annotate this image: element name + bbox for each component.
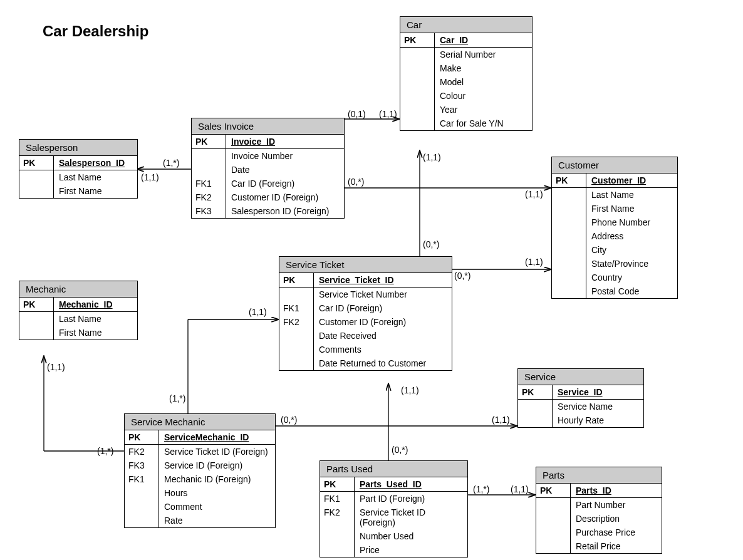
attr: Part ID (Foreign) bbox=[355, 492, 467, 506]
fk-label bbox=[192, 163, 226, 177]
pk-label: PK bbox=[192, 135, 226, 148]
card-label: (1,*) bbox=[97, 446, 113, 456]
attr: Service Name bbox=[553, 400, 643, 413]
fk-label bbox=[320, 543, 355, 557]
pk-label: PK bbox=[400, 33, 435, 47]
entity-header: Service bbox=[518, 369, 643, 385]
card-label: (1,1) bbox=[47, 362, 65, 372]
pk-field: Car_ID bbox=[435, 33, 532, 47]
attr: Serial Number bbox=[435, 48, 532, 61]
entity-header: Parts bbox=[536, 467, 662, 484]
entity-salesperson: Salesperson PK Salesperson_ID Last Name … bbox=[19, 139, 138, 199]
fk-label: FK3 bbox=[192, 204, 226, 218]
attr: Make bbox=[435, 61, 532, 75]
card-label: (1,1) bbox=[525, 257, 543, 267]
attr: Retail Price bbox=[571, 539, 662, 553]
attr: Service Ticket ID (Foreign) bbox=[355, 506, 467, 529]
attr: Comments bbox=[314, 343, 452, 356]
entity-service: Service PK Service_ID Service Name Hourl… bbox=[517, 368, 644, 428]
pk-field: Salesperson_ID bbox=[54, 156, 137, 170]
attr: Phone Number bbox=[586, 215, 677, 229]
attr: Invoice Number bbox=[226, 149, 344, 163]
attr: Part Number bbox=[571, 498, 662, 512]
pk-label: PK bbox=[518, 385, 553, 399]
card-label: (0,*) bbox=[392, 445, 408, 455]
entity-mechanic: Mechanic PK Mechanic_ID Last Name First … bbox=[19, 281, 138, 340]
attr: Colour bbox=[435, 89, 532, 103]
attr: Service Ticket Number bbox=[314, 288, 452, 301]
er-diagram-canvas: { "title": "Car Dealership", "entities":… bbox=[0, 0, 743, 560]
card-label: (1,1) bbox=[141, 172, 159, 182]
card-label: (1,*) bbox=[169, 393, 185, 403]
attr: Car ID (Foreign) bbox=[314, 301, 452, 315]
fk-label bbox=[125, 486, 159, 500]
card-label: (1,1) bbox=[423, 152, 441, 162]
entity-header: Customer bbox=[552, 157, 677, 174]
card-label: (0,*) bbox=[454, 271, 470, 281]
fk-label bbox=[320, 529, 355, 543]
attr: First Name bbox=[54, 326, 137, 340]
attr: Customer ID (Foreign) bbox=[314, 315, 452, 329]
attr: Comment bbox=[159, 500, 275, 514]
entity-parts: Parts PK Parts_ID Part Number Descriptio… bbox=[536, 467, 662, 554]
pk-field: Parts_Used_ID bbox=[355, 477, 467, 491]
diagram-title: Car Dealership bbox=[43, 23, 148, 40]
fk-label: FK2 bbox=[125, 445, 159, 459]
fk-label bbox=[279, 343, 314, 356]
fk-label: FK1 bbox=[320, 492, 355, 506]
card-label: (0,*) bbox=[348, 177, 364, 187]
pk-label: PK bbox=[320, 477, 355, 491]
card-label: (0,*) bbox=[423, 239, 439, 249]
pk-label: PK bbox=[279, 273, 314, 287]
card-label: (0,*) bbox=[281, 415, 297, 425]
attr: Salesperson ID (Foreign) bbox=[226, 204, 344, 218]
attr: Date bbox=[226, 163, 344, 177]
attr: City bbox=[586, 243, 677, 257]
fk-label bbox=[279, 356, 314, 370]
attr: Year bbox=[435, 103, 532, 117]
pk-field: Service_ID bbox=[553, 385, 643, 399]
pk-field: Invoice_ID bbox=[226, 135, 344, 148]
pk-label: PK bbox=[19, 298, 54, 311]
attr: Description bbox=[571, 512, 662, 526]
card-label: (1,1) bbox=[525, 189, 543, 199]
entity-header: Sales Invoice bbox=[192, 118, 344, 135]
fk-label: FK2 bbox=[320, 506, 355, 529]
card-label: (1,1) bbox=[249, 307, 267, 317]
entity-header: Mechanic bbox=[19, 281, 137, 298]
attr: Car ID (Foreign) bbox=[226, 177, 344, 190]
attr: Last Name bbox=[586, 188, 677, 202]
entity-customer: Customer PK Customer_ID Last Name First … bbox=[551, 157, 678, 299]
attr: Hourly Rate bbox=[553, 413, 643, 427]
attr: First Name bbox=[586, 202, 677, 215]
pk-label: PK bbox=[552, 174, 586, 187]
card-label: (1,1) bbox=[511, 484, 529, 494]
entity-service-ticket: Service Ticket PK Service_Ticket_ID Serv… bbox=[279, 256, 452, 371]
entity-header: Car bbox=[400, 17, 532, 33]
attr: Price bbox=[355, 543, 467, 557]
card-label: (1,*) bbox=[473, 484, 489, 494]
pk-field: Service_Ticket_ID bbox=[314, 273, 452, 287]
attr: Mechanic ID (Foreign) bbox=[159, 472, 275, 486]
entity-service-mechanic: Service Mechanic PK ServiceMechanic_ID F… bbox=[124, 413, 276, 528]
attr: Date Returned to Customer bbox=[314, 356, 452, 370]
card-label: (1,1) bbox=[401, 385, 419, 395]
fk-label: FK1 bbox=[125, 472, 159, 486]
card-label: (1,1) bbox=[492, 415, 510, 425]
fk-label: FK2 bbox=[192, 190, 226, 204]
attr: Country bbox=[586, 271, 677, 284]
fk-label: FK3 bbox=[125, 459, 159, 472]
attr: Address bbox=[586, 229, 677, 243]
fk-label: FK1 bbox=[279, 301, 314, 315]
attr: Number Used bbox=[355, 529, 467, 543]
pk-field: Parts_ID bbox=[571, 484, 662, 497]
attr: Hours bbox=[159, 486, 275, 500]
attr: Purchase Price bbox=[571, 526, 662, 539]
fk-label bbox=[125, 514, 159, 527]
entity-header: Service Mechanic bbox=[125, 414, 275, 430]
attr: Rate bbox=[159, 514, 275, 527]
entity-car: Car PK Car_ID Serial Number Make Model C… bbox=[400, 16, 533, 131]
pk-label: PK bbox=[19, 156, 54, 170]
attr: Last Name bbox=[54, 170, 137, 184]
fk-label bbox=[279, 288, 314, 301]
